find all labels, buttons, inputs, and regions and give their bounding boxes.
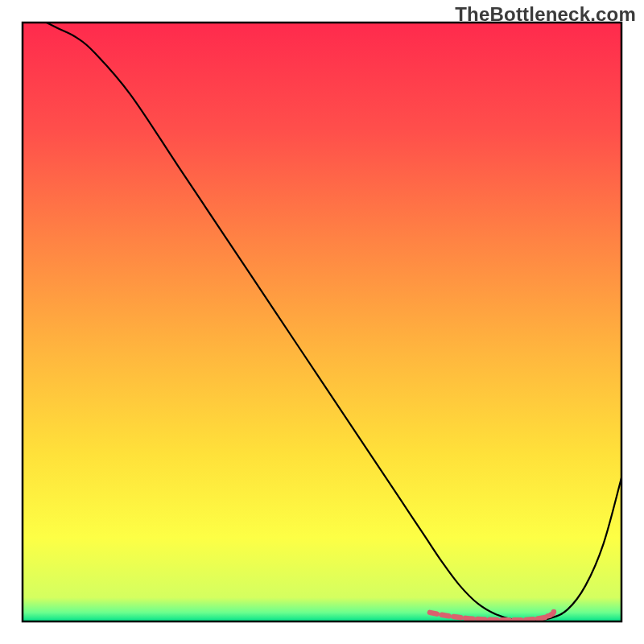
watermark-text: TheBottleneck.com [455,3,636,26]
series-marker [545,613,551,619]
bottleneck-chart: TheBottleneck.com [0,0,644,644]
gradient-background [23,23,621,621]
chart-canvas [0,0,644,644]
series-marker [551,609,557,615]
plot-area [23,23,621,621]
